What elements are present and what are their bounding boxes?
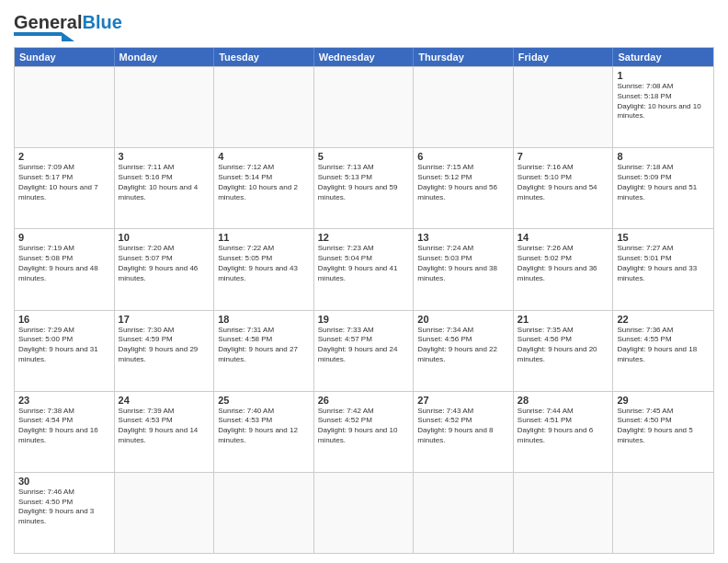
sun-info: Sunrise: 7:08 AM Sunset: 5:18 PM Dayligh… [617, 82, 710, 121]
sun-info: Sunrise: 7:35 AM Sunset: 4:56 PM Dayligh… [518, 326, 609, 365]
calendar-cell: 1Sunrise: 7:08 AM Sunset: 5:18 PM Daylig… [613, 67, 713, 147]
sun-info: Sunrise: 7:27 AM Sunset: 5:01 PM Dayligh… [617, 244, 710, 283]
calendar-row: 30Sunrise: 7:46 AM Sunset: 4:50 PM Dayli… [15, 472, 713, 553]
day-number: 25 [218, 395, 310, 406]
day-number: 28 [518, 395, 609, 406]
sun-info: Sunrise: 7:34 AM Sunset: 4:56 PM Dayligh… [417, 326, 509, 365]
calendar-cell [514, 473, 614, 553]
calendar-cell [214, 473, 314, 553]
day-number: 29 [617, 395, 710, 406]
sun-info: Sunrise: 7:42 AM Sunset: 4:52 PM Dayligh… [318, 407, 410, 446]
day-number: 20 [417, 314, 509, 325]
calendar-cell: 24Sunrise: 7:39 AM Sunset: 4:53 PM Dayli… [115, 392, 215, 472]
day-number: 27 [417, 395, 509, 406]
calendar-cell: 16Sunrise: 7:29 AM Sunset: 5:00 PM Dayli… [15, 311, 115, 391]
sun-info: Sunrise: 7:15 AM Sunset: 5:12 PM Dayligh… [417, 163, 509, 202]
calendar-cell: 12Sunrise: 7:23 AM Sunset: 5:04 PM Dayli… [314, 229, 415, 309]
sun-info: Sunrise: 7:45 AM Sunset: 4:50 PM Dayligh… [617, 407, 710, 446]
calendar-row: 16Sunrise: 7:29 AM Sunset: 5:00 PM Dayli… [15, 310, 713, 391]
sun-info: Sunrise: 7:23 AM Sunset: 5:04 PM Dayligh… [318, 244, 410, 283]
day-number: 24 [119, 395, 210, 406]
calendar-cell [514, 67, 614, 147]
day-number: 17 [119, 314, 210, 325]
calendar-cell: 28Sunrise: 7:44 AM Sunset: 4:51 PM Dayli… [514, 392, 614, 472]
calendar-cell [214, 67, 314, 147]
calendar-cell [115, 67, 215, 147]
calendar-cell: 27Sunrise: 7:43 AM Sunset: 4:52 PM Dayli… [414, 392, 514, 472]
day-number: 22 [617, 314, 710, 325]
logo-blue-text: Blue [82, 13, 121, 31]
day-number: 13 [417, 232, 509, 243]
calendar-cell: 2Sunrise: 7:09 AM Sunset: 5:17 PM Daylig… [15, 148, 115, 228]
sun-info: Sunrise: 7:13 AM Sunset: 5:13 PM Dayligh… [318, 163, 410, 202]
day-number: 19 [318, 314, 410, 325]
day-number: 7 [518, 151, 609, 162]
header: General Blue [14, 9, 714, 41]
day-number: 16 [18, 314, 110, 325]
sun-info: Sunrise: 7:09 AM Sunset: 5:17 PM Dayligh… [18, 163, 110, 202]
calendar-row: 23Sunrise: 7:38 AM Sunset: 4:54 PM Dayli… [15, 391, 713, 472]
day-number: 26 [318, 395, 410, 406]
calendar-cell [414, 67, 514, 147]
calendar-cell: 18Sunrise: 7:31 AM Sunset: 4:58 PM Dayli… [214, 311, 314, 391]
sun-info: Sunrise: 7:26 AM Sunset: 5:02 PM Dayligh… [518, 244, 609, 283]
calendar: SundayMondayTuesdayWednesdayThursdayFrid… [14, 47, 714, 554]
day-number: 30 [18, 476, 110, 487]
day-number: 2 [18, 151, 110, 162]
calendar-cell [314, 67, 415, 147]
calendar-row: 1Sunrise: 7:08 AM Sunset: 5:18 PM Daylig… [15, 66, 713, 147]
calendar-cell: 29Sunrise: 7:45 AM Sunset: 4:50 PM Dayli… [613, 392, 713, 472]
sun-info: Sunrise: 7:30 AM Sunset: 4:59 PM Dayligh… [119, 326, 210, 365]
calendar-cell [314, 473, 415, 553]
sun-info: Sunrise: 7:36 AM Sunset: 4:55 PM Dayligh… [617, 326, 710, 365]
day-number: 6 [417, 151, 509, 162]
sun-info: Sunrise: 7:43 AM Sunset: 4:52 PM Dayligh… [417, 407, 509, 446]
logo: General Blue [14, 9, 122, 41]
calendar-row: 9Sunrise: 7:19 AM Sunset: 5:08 PM Daylig… [15, 228, 713, 309]
calendar-cell [15, 67, 115, 147]
day-number: 4 [218, 151, 310, 162]
sun-info: Sunrise: 7:24 AM Sunset: 5:03 PM Dayligh… [417, 244, 509, 283]
sun-info: Sunrise: 7:38 AM Sunset: 4:54 PM Dayligh… [18, 407, 110, 446]
logo-arrow [62, 32, 74, 41]
calendar-cell [613, 473, 713, 553]
day-number: 14 [518, 232, 609, 243]
weekday-header: Friday [514, 48, 614, 66]
sun-info: Sunrise: 7:22 AM Sunset: 5:05 PM Dayligh… [218, 244, 310, 283]
sun-info: Sunrise: 7:46 AM Sunset: 4:50 PM Dayligh… [18, 488, 110, 527]
calendar-cell: 25Sunrise: 7:40 AM Sunset: 4:53 PM Dayli… [214, 392, 314, 472]
day-number: 5 [318, 151, 410, 162]
sun-info: Sunrise: 7:44 AM Sunset: 4:51 PM Dayligh… [518, 407, 609, 446]
calendar-cell [414, 473, 514, 553]
calendar-cell: 20Sunrise: 7:34 AM Sunset: 4:56 PM Dayli… [414, 311, 514, 391]
calendar-cell: 22Sunrise: 7:36 AM Sunset: 4:55 PM Dayli… [613, 311, 713, 391]
calendar-cell [115, 473, 215, 553]
calendar-cell: 30Sunrise: 7:46 AM Sunset: 4:50 PM Dayli… [15, 473, 115, 553]
weekday-header: Tuesday [214, 48, 314, 66]
weekday-header: Wednesday [314, 48, 415, 66]
day-number: 9 [18, 232, 110, 243]
sun-info: Sunrise: 7:31 AM Sunset: 4:58 PM Dayligh… [218, 326, 310, 365]
calendar-cell: 26Sunrise: 7:42 AM Sunset: 4:52 PM Dayli… [314, 392, 415, 472]
calendar-cell: 3Sunrise: 7:11 AM Sunset: 5:16 PM Daylig… [115, 148, 215, 228]
day-number: 23 [18, 395, 110, 406]
day-number: 11 [218, 232, 310, 243]
calendar-cell: 10Sunrise: 7:20 AM Sunset: 5:07 PM Dayli… [115, 229, 215, 309]
calendar-cell: 15Sunrise: 7:27 AM Sunset: 5:01 PM Dayli… [613, 229, 713, 309]
day-number: 1 [617, 70, 710, 81]
calendar-cell: 14Sunrise: 7:26 AM Sunset: 5:02 PM Dayli… [514, 229, 614, 309]
calendar-cell: 19Sunrise: 7:33 AM Sunset: 4:57 PM Dayli… [314, 311, 415, 391]
sun-info: Sunrise: 7:39 AM Sunset: 4:53 PM Dayligh… [119, 407, 210, 446]
day-number: 10 [119, 232, 210, 243]
sun-info: Sunrise: 7:19 AM Sunset: 5:08 PM Dayligh… [18, 244, 110, 283]
day-number: 12 [318, 232, 410, 243]
calendar-cell: 6Sunrise: 7:15 AM Sunset: 5:12 PM Daylig… [414, 148, 514, 228]
weekday-header: Sunday [15, 48, 115, 66]
sun-info: Sunrise: 7:29 AM Sunset: 5:00 PM Dayligh… [18, 326, 110, 365]
weekday-header: Saturday [613, 48, 713, 66]
calendar-cell: 9Sunrise: 7:19 AM Sunset: 5:08 PM Daylig… [15, 229, 115, 309]
day-number: 3 [119, 151, 210, 162]
calendar-cell: 11Sunrise: 7:22 AM Sunset: 5:05 PM Dayli… [214, 229, 314, 309]
sun-info: Sunrise: 7:40 AM Sunset: 4:53 PM Dayligh… [218, 407, 310, 446]
calendar-header: SundayMondayTuesdayWednesdayThursdayFrid… [15, 48, 713, 66]
